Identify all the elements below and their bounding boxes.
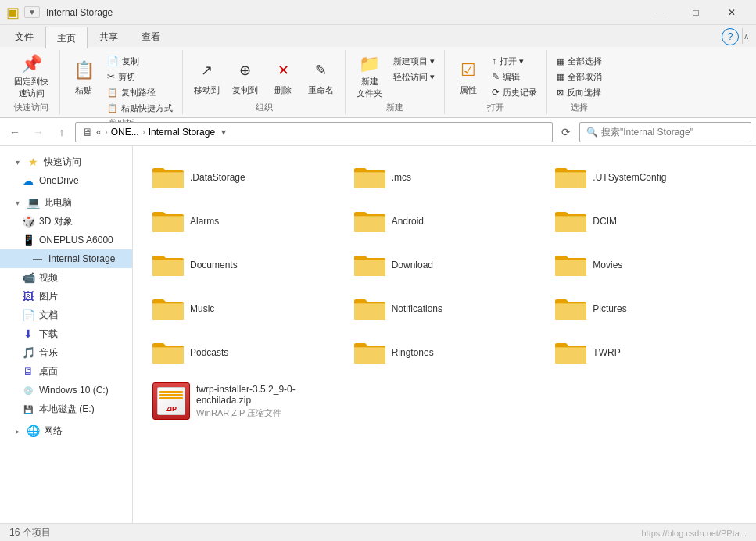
new-item-button[interactable]: 新建项目 ▾ bbox=[390, 53, 438, 69]
sidebar-item-videos[interactable]: 📹 视频 bbox=[0, 268, 132, 287]
3dobjects-icon: 🎲 bbox=[22, 215, 34, 228]
folder-name: Pictures bbox=[593, 303, 626, 314]
sidebar-item-windows10[interactable]: 💿 Windows 10 (C:) bbox=[0, 381, 132, 399]
pin-to-quickaccess-button[interactable]: 📌 固定到快速访问 bbox=[9, 53, 53, 100]
pin-icon: 📌 bbox=[19, 54, 44, 74]
sidebar-item-music[interactable]: 🎵 音乐 bbox=[0, 343, 132, 362]
sidebar-item-documents[interactable]: 📄 文档 bbox=[0, 306, 132, 324]
folder-item-mcs[interactable]: .mcs bbox=[347, 159, 543, 196]
ribbon-group-organize: ↗ 移动到 ⊕ 复制到 ✕ 删除 ✎ 重命名 组织 bbox=[183, 50, 346, 114]
history-button[interactable]: ⟳ 历史记录 bbox=[489, 84, 540, 100]
tab-home[interactable]: 主页 bbox=[45, 27, 88, 48]
ribbon: 文件 主页 共享 查看 ? ∧ 📌 固定到快速访问 快速访问 📋 粘贴 bbox=[0, 25, 756, 118]
sidebar-item-thispc[interactable]: ▾ 💻 此电脑 bbox=[0, 193, 132, 212]
select-all-button[interactable]: ▦ 全部选择 bbox=[554, 53, 605, 69]
folder-name: .UTSystemConfig bbox=[593, 172, 666, 183]
ribbon-group-clipboard-items: 📋 粘贴 📄 复制 ✂ 剪切 📋 复制路径 bbox=[66, 50, 176, 116]
cut-button[interactable]: ✂ 剪切 bbox=[104, 69, 176, 84]
onedrive-label: OneDrive bbox=[39, 175, 79, 186]
maximize-button[interactable]: □ bbox=[678, 0, 714, 25]
folder-item-dcim[interactable]: DCIM bbox=[548, 202, 743, 240]
folder-item-download[interactable]: Download bbox=[347, 246, 543, 284]
delete-button[interactable]: ✕ 删除 bbox=[266, 53, 300, 100]
paste-label: 粘贴 bbox=[75, 84, 92, 96]
copy-path-button[interactable]: 📋 复制路径 bbox=[104, 84, 176, 100]
sidebar-item-oneplus[interactable]: 📱 ONEPLUS A6000 bbox=[0, 231, 132, 249]
paste-shortcut-button[interactable]: 📋 粘贴快捷方式 bbox=[104, 100, 176, 116]
close-button[interactable]: ✕ bbox=[714, 0, 750, 25]
sidebar-item-internalstorage[interactable]: — Internal Storage bbox=[0, 249, 132, 268]
folder-item-twrp[interactable]: TWRP bbox=[548, 334, 743, 371]
windows10-label: Windows 10 (C:) bbox=[39, 385, 109, 396]
folder-name: Music bbox=[190, 303, 214, 314]
sidebar-item-network[interactable]: ▸ 🌐 网络 bbox=[0, 421, 132, 440]
network-label: 网络 bbox=[44, 425, 63, 438]
folder-name: Download bbox=[392, 260, 433, 270]
easy-access-button[interactable]: 轻松访问 ▾ bbox=[390, 69, 438, 84]
sidebar-item-desktop[interactable]: 🖥 桌面 bbox=[0, 362, 132, 381]
folder-icon bbox=[555, 209, 586, 234]
new-folder-button[interactable]: 📁 新建文件夹 bbox=[352, 53, 387, 100]
folder-item-podcasts[interactable]: Podcasts bbox=[145, 334, 341, 371]
properties-button[interactable]: ☑ 属性 bbox=[451, 53, 485, 100]
paste-shortcut-label: 粘贴快捷方式 bbox=[121, 102, 173, 114]
desktop-icon: 🖥 bbox=[22, 365, 34, 378]
ribbon-collapse-button[interactable]: ∧ bbox=[742, 28, 750, 44]
up-button[interactable]: ↑ bbox=[52, 122, 72, 142]
folder-item-ringtones[interactable]: Ringtones bbox=[347, 334, 543, 371]
edit-button[interactable]: ✎ 编辑 bbox=[489, 69, 540, 84]
move-to-button[interactable]: ↗ 移动到 bbox=[189, 53, 224, 100]
videos-icon: 📹 bbox=[22, 271, 34, 284]
help-button[interactable]: ? bbox=[722, 28, 739, 45]
network-icon: 🌐 bbox=[27, 425, 39, 437]
open-button[interactable]: ↑ 打开 ▾ bbox=[489, 53, 540, 69]
delete-icon: ✕ bbox=[271, 58, 296, 83]
sidebar: ▾ ★ 快速访问 ☁ OneDrive ▾ 💻 此电脑 🎲 3D 对象 📱 ON… bbox=[0, 146, 133, 523]
title-bar-controls: ─ □ ✕ bbox=[642, 0, 750, 25]
quick-access-icon[interactable]: ▼ bbox=[24, 6, 40, 18]
folder-item-music[interactable]: Music bbox=[145, 290, 341, 328]
tab-view[interactable]: 查看 bbox=[130, 25, 172, 47]
search-bar[interactable]: 🔍 bbox=[579, 122, 751, 142]
localdisk-label: 本地磁盘 (E:) bbox=[39, 403, 95, 416]
sidebar-item-downloads[interactable]: ⬇ 下载 bbox=[0, 324, 132, 343]
back-button[interactable]: ← bbox=[5, 122, 25, 142]
tab-file[interactable]: 文件 bbox=[3, 25, 45, 47]
folder-icon bbox=[152, 340, 184, 365]
search-input[interactable] bbox=[601, 127, 744, 138]
refresh-button[interactable]: ⟳ bbox=[556, 122, 576, 142]
zip-file-item[interactable]: ZIP twrp-installer-3.5.2_9-0-enchilada.z… bbox=[145, 378, 341, 425]
rename-button[interactable]: ✎ 重命名 bbox=[303, 53, 339, 100]
address-bar[interactable]: 🖥 « › ONE... › Internal Storage ▾ bbox=[75, 122, 553, 142]
folder-item-alarms[interactable]: Alarms bbox=[145, 202, 341, 240]
address-dropdown-icon[interactable]: ▾ bbox=[221, 127, 226, 138]
folder-item-movies[interactable]: Movies bbox=[548, 246, 743, 284]
folder-item-documents[interactable]: Documents bbox=[145, 246, 341, 284]
history-icon: ⟳ bbox=[492, 87, 500, 98]
sidebar-item-3dobjects[interactable]: 🎲 3D 对象 bbox=[0, 212, 132, 231]
onedrive-icon: ☁ bbox=[22, 174, 34, 187]
folder-item-utsystemconfig[interactable]: .UTSystemConfig bbox=[548, 159, 743, 196]
sidebar-item-localdisk[interactable]: 💾 本地磁盘 (E:) bbox=[0, 399, 132, 418]
quickaccess-label: 快速访问 bbox=[44, 156, 81, 169]
pin-label: 固定到快速访问 bbox=[14, 76, 48, 99]
music-label: 音乐 bbox=[39, 346, 58, 360]
select-none-button[interactable]: ▦ 全部取消 bbox=[554, 69, 605, 84]
minimize-button[interactable]: ─ bbox=[642, 0, 678, 25]
forward-button[interactable]: → bbox=[28, 122, 48, 142]
copy-to-button[interactable]: ⊕ 复制到 bbox=[228, 53, 263, 100]
folder-item-android[interactable]: Android bbox=[347, 202, 543, 240]
copy-button[interactable]: 📄 复制 bbox=[104, 53, 176, 69]
rename-label: 重命名 bbox=[308, 84, 334, 96]
sidebar-item-onedrive[interactable]: ☁ OneDrive bbox=[0, 171, 132, 190]
folder-item-notifications[interactable]: Notifications bbox=[347, 290, 543, 328]
sidebar-item-quickaccess[interactable]: ▾ ★ 快速访问 bbox=[0, 152, 132, 171]
paste-button[interactable]: 📋 粘贴 bbox=[66, 53, 101, 100]
internalstorage-label: Internal Storage bbox=[48, 253, 115, 264]
folder-item-pictures[interactable]: Pictures bbox=[548, 290, 743, 328]
tab-share[interactable]: 共享 bbox=[88, 25, 130, 47]
invert-selection-button[interactable]: ⊠ 反向选择 bbox=[554, 84, 605, 100]
folder-item-datastorage[interactable]: .DataStorage bbox=[145, 159, 341, 196]
sidebar-item-pictures[interactable]: 🖼 图片 bbox=[0, 287, 132, 306]
main-layout: ▾ ★ 快速访问 ☁ OneDrive ▾ 💻 此电脑 🎲 3D 对象 📱 ON… bbox=[0, 146, 756, 523]
